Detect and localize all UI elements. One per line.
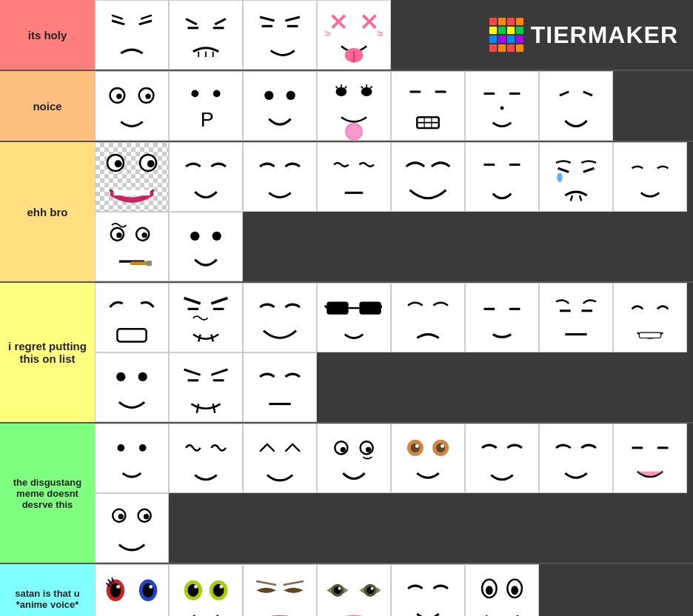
svg-point-148 xyxy=(511,586,518,595)
face-cell xyxy=(391,71,465,141)
face-cell-empty xyxy=(391,493,465,563)
svg-line-41 xyxy=(370,87,372,88)
tier-label-f: satan is that u *anime voice* xyxy=(0,564,95,616)
face-cell xyxy=(169,212,243,281)
face-cell-empty xyxy=(169,493,243,563)
logo-text: TierMaker xyxy=(531,21,678,49)
svg-point-29 xyxy=(191,90,198,98)
face-cell xyxy=(317,424,391,493)
face-cell xyxy=(613,283,687,352)
face-cell xyxy=(539,142,613,212)
face-cell xyxy=(169,352,243,422)
face-cell-empty xyxy=(317,493,391,563)
svg-line-96 xyxy=(184,369,201,375)
svg-point-108 xyxy=(366,447,371,452)
svg-line-38 xyxy=(345,87,346,88)
svg-point-95 xyxy=(138,372,147,381)
svg-line-101 xyxy=(213,404,215,413)
svg-line-97 xyxy=(211,369,227,375)
face-cell xyxy=(169,424,243,493)
svg-line-52 xyxy=(560,92,569,96)
svg-line-65 xyxy=(571,195,572,201)
svg-point-112 xyxy=(436,443,445,452)
svg-point-141 xyxy=(338,587,341,590)
face-cell xyxy=(169,142,243,212)
tier-row-b: ehh bro xyxy=(0,142,693,283)
svg-point-34 xyxy=(336,87,347,96)
face-cell xyxy=(243,142,317,212)
face-cell-empty xyxy=(465,352,539,422)
svg-point-144 xyxy=(371,587,374,590)
face-cell xyxy=(243,71,317,141)
svg-point-135 xyxy=(194,585,198,589)
face-cell xyxy=(95,352,169,422)
face-cell xyxy=(613,424,687,493)
face-cell xyxy=(539,424,613,493)
face-cell xyxy=(95,564,169,616)
svg-point-126 xyxy=(149,585,153,589)
tier-row-c: i regret putting this on list xyxy=(0,283,693,424)
svg-point-107 xyxy=(341,447,346,452)
face-cell xyxy=(317,0,391,70)
face-cell-empty xyxy=(539,352,613,422)
face-cell xyxy=(391,564,465,616)
svg-point-27 xyxy=(116,93,121,98)
face-cell xyxy=(95,424,169,493)
svg-line-53 xyxy=(583,92,592,96)
svg-point-42 xyxy=(346,124,362,140)
svg-line-3 xyxy=(141,16,152,19)
svg-point-69 xyxy=(116,232,121,238)
svg-line-11 xyxy=(260,17,275,21)
face-cell xyxy=(465,142,539,212)
face-cell xyxy=(317,71,391,141)
svg-point-136 xyxy=(219,585,223,589)
svg-line-5 xyxy=(215,19,226,24)
face-cell xyxy=(465,424,539,493)
face-cell xyxy=(465,564,539,616)
svg-point-75 xyxy=(212,232,221,241)
face-cell xyxy=(613,142,687,212)
face-cell xyxy=(243,283,317,352)
face-cell xyxy=(243,0,317,70)
face-cell: P xyxy=(169,71,243,141)
tier-row-s: its holy xyxy=(0,0,693,71)
face-cell xyxy=(169,564,243,616)
svg-point-125 xyxy=(116,585,120,589)
svg-point-111 xyxy=(411,443,420,452)
tier-label-d: the disgustang meme doesnt desrve this xyxy=(0,424,95,563)
svg-rect-84 xyxy=(359,302,381,315)
svg-line-138 xyxy=(284,581,304,585)
svg-line-137 xyxy=(256,581,276,585)
svg-line-78 xyxy=(211,298,227,304)
face-cell-empty xyxy=(613,564,687,616)
face-cell xyxy=(95,142,169,212)
svg-point-114 xyxy=(441,444,444,448)
tier-label-c: i regret putting this on list xyxy=(0,283,95,422)
tier-content-s: TierMaker xyxy=(95,0,693,70)
svg-rect-76 xyxy=(117,329,146,341)
svg-point-30 xyxy=(213,90,221,98)
face-cell xyxy=(391,283,465,352)
header-right: TierMaker xyxy=(391,0,693,70)
face-cell xyxy=(465,283,539,352)
face-cell xyxy=(465,71,539,141)
svg-point-56 xyxy=(115,160,122,167)
svg-point-51 xyxy=(500,107,504,110)
svg-line-2 xyxy=(112,16,123,19)
svg-line-81 xyxy=(198,335,200,342)
face-cell xyxy=(169,283,243,352)
face-cell-empty xyxy=(243,493,317,563)
svg-point-94 xyxy=(116,372,125,381)
tier-content-f xyxy=(95,564,693,616)
face-cell xyxy=(539,71,613,141)
svg-line-63 xyxy=(583,168,595,172)
tier-table: its holy xyxy=(0,0,693,616)
svg-point-104 xyxy=(139,444,147,452)
face-cell xyxy=(95,493,169,563)
svg-point-35 xyxy=(361,87,372,96)
face-cell-empty xyxy=(391,352,465,422)
svg-point-120 xyxy=(144,514,149,519)
face-cell xyxy=(243,424,317,493)
svg-rect-58 xyxy=(114,190,150,195)
face-cell xyxy=(95,283,169,352)
